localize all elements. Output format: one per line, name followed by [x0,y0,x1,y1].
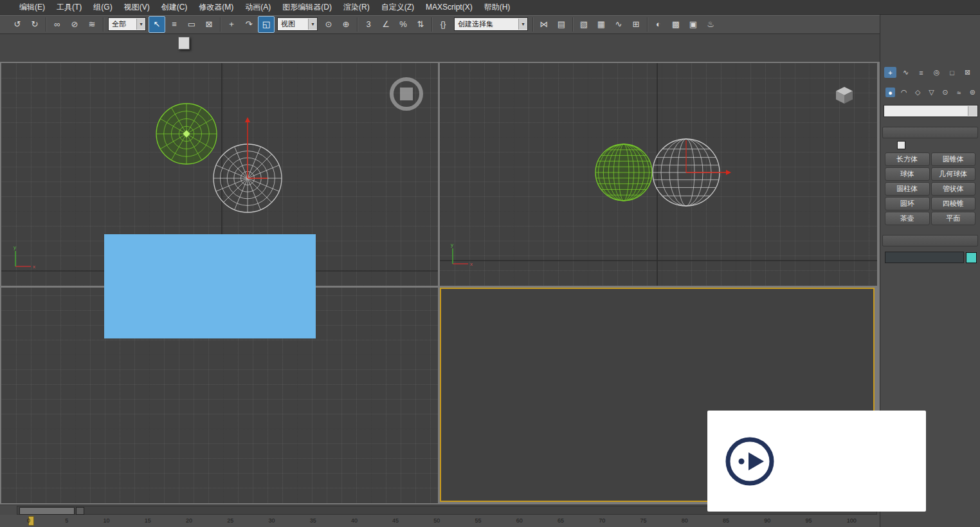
autogrid-checkbox[interactable] [897,141,905,149]
spinner-snap-icon[interactable]: ⇅ [412,16,429,33]
category-dropdown[interactable] [884,105,978,117]
menu-item-maxscript[interactable]: MAXScript(X) [420,1,478,14]
snap-toggle-3d-icon[interactable]: 3 [360,16,377,33]
toolbar-separator [46,17,46,32]
dropdown-arrow-icon[interactable]: ▾ [308,19,317,30]
category-shapes-icon[interactable]: ◠ [899,88,909,97]
ruler-tick: 5 [65,517,68,524]
toolbar-second-row [0,35,880,53]
unlink-icon[interactable]: ⊘ [66,16,83,33]
autogrid-row [897,141,980,149]
play-logo-icon [721,433,778,490]
material-editor-icon[interactable]: ◐ [650,16,667,33]
select-object-icon[interactable]: ↖ [149,16,165,33]
object-type-rollout[interactable] [882,127,978,138]
transform-gizmo[interactable] [245,117,268,178]
orbit-gizmo-icon[interactable] [392,79,421,109]
next-frame-button[interactable] [76,507,84,515]
menu-item-help[interactable]: 帮助(H) [478,0,516,15]
svg-text:y: y [451,242,453,248]
viewcube-icon[interactable] [836,87,853,104]
ruler-tick: 95 [805,517,812,524]
viewport-front[interactable]: xy [440,63,877,286]
panel-tab-modify[interactable]: ∿ [900,67,912,78]
menu-item-graph-editors[interactable]: 图形编辑器(D) [277,0,338,15]
named-selection-sets-dropdown[interactable]: 创建选择集▾ [454,17,528,31]
cone-button[interactable]: 圆锥体 [931,153,976,166]
redo-icon[interactable]: ↻ [26,16,43,33]
menu-item-views[interactable]: 视图(V) [118,0,156,15]
schematic-view-icon[interactable]: ⊞ [628,16,644,33]
cylinder-button[interactable]: 圆柱体 [885,182,930,196]
category-space-warps-icon[interactable]: ≈ [954,88,963,97]
toolbar-separator [647,17,648,32]
menu-item-customize[interactable]: 自定义(Z) [376,0,420,15]
svg-text:y: y [14,245,16,250]
select-by-name-icon[interactable]: ≡ [166,16,183,33]
menu-item-animation[interactable]: 动画(A) [239,0,277,15]
pyramid-button[interactable]: 四棱锥 [931,197,976,210]
object-name-input[interactable] [885,252,964,263]
menu-item-tools[interactable]: 工具(T) [51,0,87,15]
command-panel-tabs: +∿≡◎□⊠ [884,67,977,78]
geosphere-button[interactable]: 几何球体 [931,167,976,181]
panel-tab-create[interactable]: + [884,67,896,78]
dropdown-arrow-icon[interactable] [968,106,977,116]
layer-manager-icon[interactable]: ▧ [576,16,592,33]
category-geometry-icon[interactable]: ● [885,88,895,97]
menu-item-edit[interactable]: 编辑(E) [14,0,51,15]
axis-tripod-icon: xy [14,245,35,270]
category-helpers-icon[interactable]: ⊙ [940,88,950,97]
angle-snap-icon[interactable]: ∠ [377,16,394,33]
select-scale-icon[interactable]: ◱ [258,16,275,33]
toolbar-separator [103,17,104,32]
torus-button[interactable]: 圆环 [885,197,930,210]
panel-tab-motion[interactable]: ◎ [930,67,943,78]
use-pivot-center-icon[interactable]: ⊙ [320,16,337,33]
panel-tab-display[interactable]: □ [946,67,958,78]
plane-button[interactable]: 平面 [931,212,976,225]
panel-tab-utilities[interactable]: ⊠ [961,67,974,78]
graphite-ribbon-icon[interactable]: ▦ [593,16,610,33]
teapot-button[interactable]: 茶壶 [885,212,930,225]
track-bar[interactable]: 0510152025303540455055606570758085909510… [0,515,880,527]
panel-tab-hierarchy[interactable]: ≡ [915,67,927,78]
window-crossing-icon[interactable]: ⊠ [201,16,217,33]
rectangular-region-icon[interactable]: ▭ [183,16,200,33]
menu-item-group[interactable]: 组(G) [87,0,118,15]
create-categories: ●◠◇▽⊙≈⊚ [885,88,977,97]
render-frame-window-icon[interactable]: ▣ [685,16,702,33]
green-sphere-front[interactable] [595,144,652,201]
mirror-icon[interactable]: ⋈ [536,16,552,33]
name-color-rollout[interactable] [882,235,978,246]
menu-item-modifiers[interactable]: 修改器(M) [193,0,239,15]
ruler-tick: 75 [640,517,647,524]
select-rotate-icon[interactable]: ↷ [240,16,257,33]
render-production-icon[interactable]: ♨ [702,16,719,33]
select-manipulate-icon[interactable]: ⊕ [338,16,354,33]
category-lights-icon[interactable]: ◇ [913,88,923,97]
menu-item-rendering[interactable]: 渲染(R) [338,0,376,15]
time-slider-handle[interactable] [19,507,75,515]
menubar: 编辑(E)工具(T)组(G)视图(V)创建(C)修改器(M)动画(A)图形编辑器… [0,0,980,15]
tube-button[interactable]: 管状体 [931,182,976,196]
bind-spacewarp-icon[interactable]: ≋ [84,16,100,33]
box-button[interactable]: 长方体 [885,153,930,166]
category-cameras-icon[interactable]: ▽ [927,88,936,97]
select-move-icon[interactable]: + [223,16,240,33]
selection-filter-dropdown[interactable]: 全部▾ [108,17,146,31]
sphere-button[interactable]: 球体 [885,167,930,181]
menu-item-create[interactable]: 创建(C) [156,0,194,15]
dropdown-arrow-icon[interactable]: ▾ [518,19,527,30]
reference-coordinate-dropdown[interactable]: 视图▾ [277,17,318,31]
curve-editor-icon[interactable]: ∿ [610,16,627,33]
align-icon[interactable]: ▤ [553,16,570,33]
render-setup-icon[interactable]: ▩ [667,16,684,33]
select-link-icon[interactable]: ∞ [49,16,66,33]
dropdown-arrow-icon[interactable]: ▾ [136,19,145,30]
percent-snap-icon[interactable]: % [395,16,412,33]
object-color-swatch[interactable] [966,252,977,263]
category-systems-icon[interactable]: ⊚ [968,88,977,97]
edit-named-selections-icon[interactable]: {} [435,16,451,33]
trackbar-ticks: 0510152025303540455055606570758085909510… [27,517,857,524]
